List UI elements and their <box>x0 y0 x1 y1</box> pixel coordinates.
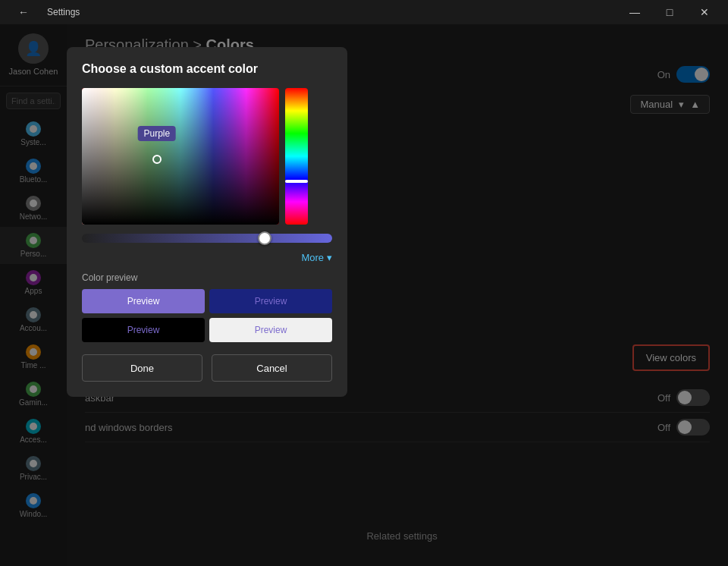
saturation-slider-track[interactable] <box>82 234 332 243</box>
titlebar-left: ← Settings <box>6 0 80 24</box>
titlebar-title: Settings <box>47 7 80 17</box>
close-button[interactable]: ✕ <box>687 0 722 24</box>
preview-grid: PreviewPreviewPreviewPreview <box>82 289 332 342</box>
modal-overlay: Choose a custom accent color Purple <box>0 24 728 566</box>
preview-1: Preview <box>82 289 205 313</box>
color-canvas[interactable] <box>82 88 279 225</box>
titlebar-controls: — □ ✕ <box>617 0 722 24</box>
preview-label: Color preview <box>82 272 332 283</box>
done-button[interactable]: Done <box>82 354 202 382</box>
preview-section: Color preview PreviewPreviewPreviewPrevi… <box>82 272 332 342</box>
more-button[interactable]: More ▾ <box>301 252 332 263</box>
saturation-slider-row <box>82 234 332 243</box>
black-overlay <box>82 88 279 225</box>
minimize-button[interactable]: — <box>617 0 652 24</box>
modal-buttons: Done Cancel <box>82 354 332 382</box>
color-picker-area: Purple <box>82 88 332 225</box>
more-row: More ▾ <box>82 252 332 263</box>
color-picker-modal: Choose a custom accent color Purple <box>67 47 347 397</box>
titlebar: ← Settings — □ ✕ <box>0 0 728 24</box>
hue-strip-thumb <box>285 180 308 183</box>
more-label: More <box>301 252 324 263</box>
hue-strip[interactable] <box>285 88 308 225</box>
maximize-button[interactable]: □ <box>652 0 687 24</box>
saturation-slider-thumb[interactable] <box>258 231 271 245</box>
modal-title: Choose a custom accent color <box>82 62 332 76</box>
cancel-button[interactable]: Cancel <box>212 354 332 382</box>
back-button[interactable]: ← <box>6 0 41 24</box>
preview-3: Preview <box>82 318 205 342</box>
preview-4: Preview <box>209 318 332 342</box>
color-label-tooltip: Purple <box>137 126 176 141</box>
color-canvas-container[interactable]: Purple <box>82 88 279 225</box>
more-chevron-icon: ▾ <box>327 252 332 263</box>
preview-2: Preview <box>209 289 332 313</box>
